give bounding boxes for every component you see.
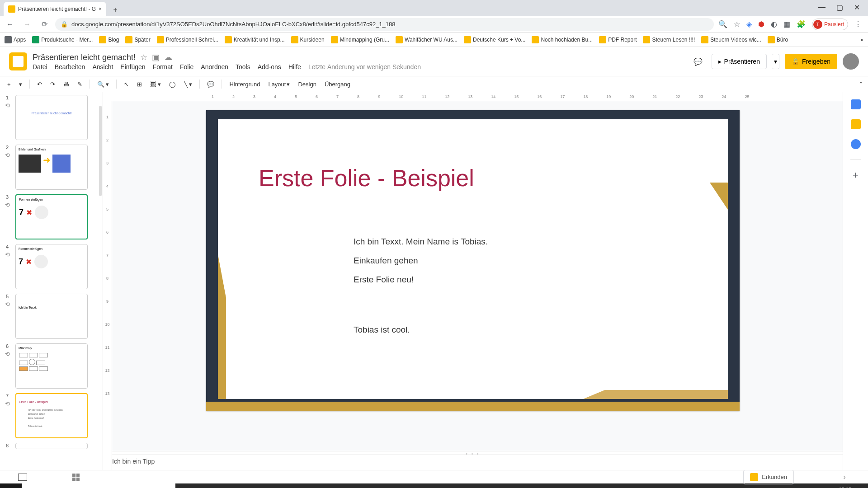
bookmark-item[interactable]: Kreativität und Insp... (225, 36, 285, 43)
bookmark-star-icon[interactable]: ☆ (734, 20, 740, 28)
keep-addon-icon[interactable] (851, 119, 861, 129)
present-dropdown[interactable]: ▾ (772, 54, 779, 69)
add-addon-icon[interactable]: + (853, 169, 859, 181)
undo-button[interactable]: ↶ (34, 79, 45, 89)
menu-anordnen[interactable]: Anordnen (201, 63, 228, 70)
cloud-status-icon[interactable]: ☁ (164, 52, 172, 62)
menu-icon[interactable]: ⋮ (854, 20, 862, 28)
slide-canvas[interactable]: Erste Folie - Beispiel Ich bin Texxt. Me… (206, 110, 740, 411)
menu-datei[interactable]: Datei (33, 63, 47, 70)
menu-ansicht[interactable]: Ansicht (92, 63, 113, 70)
edge-icon[interactable]: 🔵 (217, 483, 238, 488)
new-slide-dropdown[interactable]: ▾ (16, 79, 25, 89)
account-avatar[interactable] (843, 53, 859, 70)
bookmark-item[interactable]: Professionell Schrei... (157, 36, 218, 43)
menu-folie[interactable]: Folie (180, 63, 193, 70)
document-title[interactable]: Präsentieren leicht gemacht! (33, 53, 136, 62)
move-icon[interactable]: ▣ (152, 52, 160, 62)
notepad-icon[interactable]: 📝 (404, 483, 425, 488)
calendar-addon-icon[interactable] (851, 99, 861, 109)
collapse-toolbar-icon[interactable]: ⌃ (859, 81, 863, 88)
bookmark-item[interactable]: Deutsche Kurs + Vo... (464, 36, 525, 43)
extension-icon-3[interactable]: ◐ (771, 20, 777, 28)
slide-filmstrip[interactable]: 1⟲ Präsentieren leicht gemacht! 2⟲ Bilde… (0, 92, 103, 470)
slide-thumb-5[interactable]: Ich bin Texxt. (15, 294, 88, 339)
slide-thumb-7[interactable]: Erste Folie - BeispielIch bin Texxt. Mei… (15, 393, 88, 438)
slide-thumb-4[interactable]: Formen einfügen7✖ (15, 244, 88, 289)
layout-button[interactable]: Layout ▾ (265, 79, 292, 89)
edge-browser-icon[interactable]: 🌀 (363, 483, 383, 488)
menu-hilfe[interactable]: Hilfe (288, 63, 301, 70)
app-icon-2[interactable]: 📄 (383, 483, 404, 488)
url-input[interactable]: 🔒 docs.google.com/presentation/d/1yV372S… (55, 18, 714, 31)
slide-thumb-6[interactable]: Mindmap (15, 343, 88, 389)
extensions-icon[interactable]: 🧩 (797, 20, 806, 28)
minimize-icon[interactable]: — (818, 3, 826, 12)
browser-tab[interactable]: Präsentieren leicht gemacht! - G × (4, 2, 106, 16)
present-button[interactable]: ▸ Präsentieren (712, 54, 767, 69)
speaker-notes[interactable]: Ich bin ein Tipp (103, 455, 843, 470)
last-edit-text[interactable]: Letzte Änderung vor wenigen Sekunden (308, 63, 421, 70)
zoom-icon[interactable]: 🔍 (718, 20, 727, 28)
new-slide-button[interactable]: + (5, 79, 14, 89)
new-tab-button[interactable]: + (109, 4, 122, 16)
app-icon[interactable]: 🟡 (300, 483, 321, 488)
comment-tool[interactable]: 💬 (204, 79, 217, 89)
forward-button[interactable]: → (21, 18, 33, 31)
excel-icon[interactable]: X (259, 483, 279, 488)
menu-tools[interactable]: Tools (236, 63, 250, 70)
bookmark-item[interactable]: Noch hochladen Bu... (532, 36, 593, 43)
image-tool[interactable]: 🖼 ▾ (147, 79, 164, 89)
comments-button[interactable]: 💬 (690, 53, 706, 70)
menu-format[interactable]: Format (153, 63, 173, 70)
slide-title-text[interactable]: Erste Folie - Beispiel (259, 164, 474, 192)
star-icon[interactable]: ☆ (140, 52, 147, 62)
textbox-tool[interactable]: ⊞ (134, 79, 145, 89)
windows-search[interactable]: 🔍 Zur Suche Text hier eingeben (22, 483, 175, 488)
task-view-icon[interactable]: ◫ (175, 483, 196, 488)
design-button[interactable]: Design (295, 79, 319, 89)
tasks-addon-icon[interactable] (851, 139, 861, 149)
line-tool[interactable]: ╲ ▾ (181, 79, 195, 89)
explore-button[interactable]: Erkunden (743, 470, 794, 484)
profile-paused-button[interactable]: T Pausiert (812, 19, 848, 30)
transition-button[interactable]: Übergang (322, 79, 353, 89)
slide-thumb-1[interactable]: Präsentieren leicht gemacht! (15, 95, 88, 140)
filmstrip-scrollbar[interactable] (99, 106, 102, 196)
notes-resize-handle[interactable]: • • • (103, 451, 843, 455)
spotify-icon[interactable]: ● (425, 483, 446, 488)
bookmark-item[interactable]: Steuern Lesen !!!! (643, 36, 695, 43)
explorer-icon[interactable]: 📁 (196, 483, 217, 488)
filmstrip-view-button[interactable] (18, 474, 27, 481)
reload-button[interactable]: ⟳ (38, 18, 51, 31)
shape-tool[interactable]: ◯ (166, 79, 179, 89)
chrome-icon[interactable]: 🔴 (342, 483, 363, 488)
powerpoint-icon[interactable]: P (279, 483, 300, 488)
bookmark-overflow-icon[interactable]: » (860, 37, 863, 43)
bookmark-item[interactable]: Wahlfächer WU Aus... (396, 36, 458, 43)
print-button[interactable]: 🖶 (61, 79, 72, 89)
apps-button[interactable]: Apps (5, 36, 26, 43)
start-button[interactable] (0, 483, 22, 488)
word-icon[interactable]: W (238, 483, 259, 488)
back-button[interactable]: ← (4, 18, 16, 31)
slide-thumb-2[interactable]: Bilder und Grafiken➜ (15, 145, 88, 190)
close-tab-icon[interactable]: × (99, 6, 102, 12)
bookmark-item[interactable]: Büro (768, 36, 788, 43)
slide-thumb-3[interactable]: Formen einfügen7✖ (15, 194, 88, 239)
grid-view-button[interactable] (72, 474, 80, 481)
extension-icon[interactable]: ◈ (746, 20, 752, 28)
redo-button[interactable]: ↷ (47, 79, 58, 89)
menu-einfuegen[interactable]: Einfügen (120, 63, 145, 70)
extension-icon-4[interactable]: ▦ (783, 20, 790, 28)
bookmark-item[interactable]: Kursideen (291, 36, 325, 43)
bookmark-item[interactable]: Blog (99, 36, 119, 43)
bookmark-item[interactable]: PDF Report (599, 36, 637, 43)
bookmark-item[interactable]: Später (125, 36, 150, 43)
maximize-icon[interactable]: ▢ (836, 3, 843, 12)
zoom-button[interactable]: 🔍 ▾ (94, 79, 112, 89)
obs-icon[interactable]: ⚫ (321, 483, 342, 488)
slide-thumb-8[interactable] (15, 443, 88, 449)
share-button[interactable]: 🔒 Freigeben (785, 54, 837, 69)
slides-logo[interactable] (9, 52, 27, 70)
